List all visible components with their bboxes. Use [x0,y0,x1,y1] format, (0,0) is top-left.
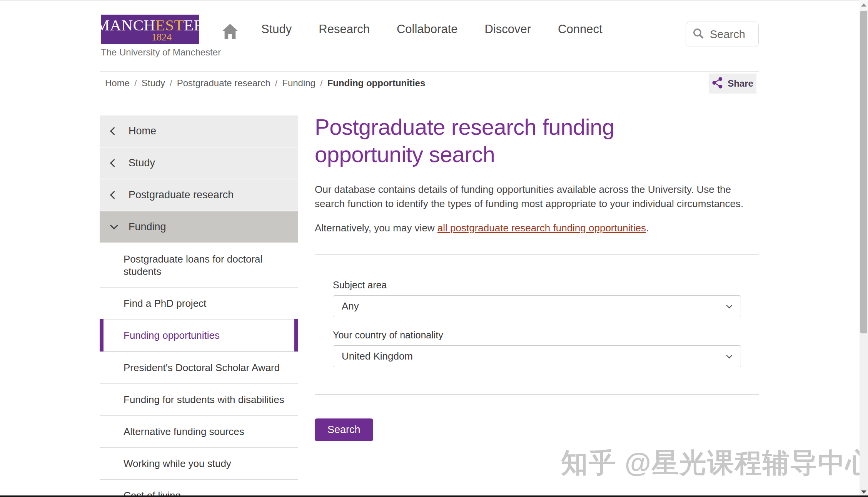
funding-search-form: Subject area Any Your country of nationa… [315,254,759,395]
chevron-down-icon [726,352,733,358]
chevron-down-icon [110,221,118,229]
sidebar-item-label: Postgraduate research [129,189,234,201]
logo-tagline: The University of Manchester [101,47,221,58]
country-select[interactable]: United Kingdom [333,345,741,367]
subject-area-value: Any [342,300,359,312]
university-logo[interactable]: MANCHESTER 1824 The University of Manche… [101,15,221,58]
sidebar-item-presidents-doctoral-scholar-award[interactable]: President's Doctoral Scholar Award [100,351,298,383]
nav-research[interactable]: Research [319,22,370,36]
nav-study[interactable]: Study [261,22,292,36]
sidebar-submenu: Postgraduate loans for doctoral students… [100,243,298,497]
breadcrumb-home[interactable]: Home [105,78,130,89]
sidebar-item-label: Home [129,125,156,137]
alternative-paragraph: Alternatively, you may view all postgrad… [315,221,759,235]
breadcrumb-study[interactable]: Study [142,78,165,89]
sidebar-item-working-while-you-study[interactable]: Working while you study [100,447,298,479]
home-icon [221,35,239,41]
header-search-box[interactable] [686,22,759,47]
search-input[interactable] [709,28,754,41]
primary-nav: Study Research Collaborate Discover Conn… [261,22,603,36]
sidebar-item-postgraduate-research[interactable]: Postgraduate research [100,179,298,211]
breadcrumb-separator: / [320,78,323,89]
breadcrumb-funding[interactable]: Funding [282,78,315,89]
intro-paragraph: Our database contains details of funding… [315,182,759,211]
sidebar-item-postgraduate-loans[interactable]: Postgraduate loans for doctoral students [100,243,298,287]
logo-word-white2: ER [184,16,204,34]
vertical-scrollbar[interactable] [860,0,868,497]
section-sidebar: Home Study Postgraduate research Funding… [100,115,298,497]
sidebar-item-find-phd-project[interactable]: Find a PhD project [100,287,298,319]
chevron-left-icon [110,127,118,135]
sidebar-item-label: Study [129,157,155,169]
scrollbar-thumb[interactable] [860,11,867,333]
alternative-prefix: Alternatively, you may view [315,222,437,234]
bottom-edge [0,495,868,497]
logo-wordmark: MANCHESTER [96,18,205,32]
country-value: United Kingdom [342,350,413,362]
alternative-suffix: . [646,222,649,234]
breadcrumb-separator: / [134,78,137,89]
logo-box: MANCHESTER 1824 [101,15,199,44]
all-funding-opportunities-link[interactable]: all postgraduate research funding opport… [437,222,646,234]
nav-connect[interactable]: Connect [558,22,602,36]
sidebar-item-study[interactable]: Study [100,147,298,179]
breadcrumb-bar: Home / Study / Postgraduate research / F… [100,71,759,95]
subject-area-select[interactable]: Any [333,295,741,317]
chevron-down-icon [726,302,733,308]
subject-area-label: Subject area [333,279,741,291]
sidebar-item-label: Funding [129,221,166,233]
site-header: MANCHESTER 1824 The University of Manche… [100,0,759,65]
sidebar-item-funding-students-disabilities[interactable]: Funding for students with disabilities [100,383,298,415]
share-label: Share [728,78,753,89]
chevron-left-icon [110,191,118,199]
scrollbar-up-arrow[interactable] [860,0,868,10]
breadcrumb-separator: / [275,78,278,89]
nav-discover[interactable]: Discover [485,22,531,36]
country-label: Your country of nationality [333,330,741,341]
main-content: Postgraduate research funding opportunit… [315,113,759,441]
sidebar-item-alternative-funding-sources[interactable]: Alternative funding sources [100,415,298,447]
logo-word-white1: MANCH [96,16,155,34]
sidebar-item-funding-opportunities[interactable]: Funding opportunities [100,319,298,351]
breadcrumb-separator: / [170,78,172,89]
logo-year: 1824 [152,32,172,42]
page-title: Postgraduate research funding opportunit… [315,113,673,168]
zhihu-watermark: 知乎 @星光课程辅导中心 [561,445,868,481]
chevron-left-icon [110,159,118,167]
home-nav-button[interactable] [221,23,239,42]
share-icon [712,77,723,90]
search-icon [692,27,704,41]
form-search-button[interactable]: Search [315,418,373,441]
share-button[interactable]: Share [709,74,756,94]
sidebar-item-cost-of-living[interactable]: Cost of living [100,479,298,497]
breadcrumb-postgraduate-research[interactable]: Postgraduate research [177,78,270,89]
sidebar-item-home[interactable]: Home [100,115,298,147]
sidebar-item-funding[interactable]: Funding [100,211,298,243]
breadcrumb: Home / Study / Postgraduate research / F… [100,78,425,89]
nav-collaborate[interactable]: Collaborate [397,22,458,36]
breadcrumb-current: Funding opportunities [327,78,426,89]
